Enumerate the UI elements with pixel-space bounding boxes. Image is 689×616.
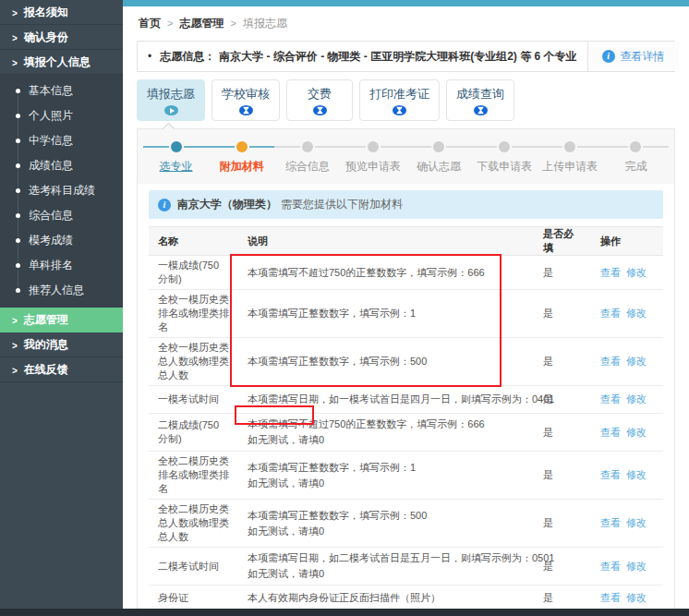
- material-actions: 查看修改: [591, 548, 663, 586]
- sidebar-subitem[interactable]: 基本信息: [0, 79, 123, 103]
- material-name: 二模考试时间: [149, 548, 238, 586]
- material-required: 是: [534, 338, 591, 386]
- material-required: 是: [534, 452, 591, 500]
- breadcrumb-volunteer-mgmt[interactable]: 志愿管理: [179, 17, 224, 30]
- material-required: 是: [534, 586, 591, 610]
- step: 上传申请表: [538, 141, 603, 175]
- edit-link[interactable]: 修改: [626, 356, 647, 367]
- step[interactable]: 选专业: [143, 141, 209, 175]
- material-name: 全校一模历史类总人数或物理类总人数: [149, 338, 238, 386]
- view-link[interactable]: 查看: [600, 393, 621, 405]
- sidebar-subitem[interactable]: 个人照片: [0, 103, 123, 128]
- table-body: 一模成绩(750分制) 本项需填写不超过750的正整数数字，填写示例：666 是…: [149, 256, 663, 610]
- sidebar-subitem-label: 基本信息: [29, 84, 73, 97]
- material-row: 一模考试时间 本项需填写日期，如一模考试首日是四月一日，则填写示例为：0401 …: [149, 386, 663, 414]
- description-line: 本人有效期内身份证正反面扫描件（照片）: [248, 590, 525, 606]
- sidebar-subitem[interactable]: 推荐人信息: [0, 278, 123, 303]
- sidebar-subitem-label: 推荐人信息: [29, 284, 84, 296]
- edit-link[interactable]: 修改: [626, 469, 647, 480]
- sidebar-item[interactable]: 填报个人信息: [0, 50, 123, 75]
- sidebar-subitem[interactable]: 综合信息: [0, 203, 123, 228]
- materials-notice: 南京大学（物理类）需要您提供以下附加材料: [149, 190, 663, 219]
- material-row: 二模考试时间 本项需填写日期，如二模考试首日是五月一日，则填写示例为：0501如…: [149, 548, 663, 586]
- hourglass-icon: [393, 105, 406, 115]
- materials-table: 名称说明是否必填操作 一模成绩(750分制) 本项需填写不超过750的正整数数字…: [149, 226, 663, 609]
- top-accent-strip: [123, 0, 689, 6]
- step-dot-icon: [236, 141, 248, 152]
- sidebar-subitem[interactable]: 模考成绩: [0, 228, 123, 253]
- material-row: 全校二模历史类排名或物理类排名 本项需填写正整数数字，填写示例：1如无测试，请填…: [149, 452, 663, 500]
- step-dot-icon: [368, 141, 379, 152]
- view-link[interactable]: 查看: [600, 356, 621, 367]
- sidebar: 报名须知 确认身份 填报个人信息 基本信息 个人照片 中学信息 成绩信息 选考科…: [0, 0, 123, 609]
- description-line: 本项需填写正整数数字，填写示例：1: [248, 306, 525, 321]
- materials-table-wrap: 名称说明是否必填操作 一模成绩(750分制) 本项需填写不超过750的正整数数字…: [149, 226, 663, 609]
- tab[interactable]: 成绩查询: [446, 79, 514, 121]
- material-description: 本项需填写不超过750的正整数数字，填写示例：666: [238, 256, 534, 290]
- material-row: 二模成绩(750分制) 本项需填写不超过750的正整数数字，填写示例：666如无…: [149, 414, 663, 452]
- sidebar-item[interactable]: 报名须知: [0, 0, 123, 25]
- tab[interactable]: 打印准考证: [359, 79, 440, 121]
- sidebar-subitem-label: 选考科目成绩: [29, 184, 95, 197]
- column-header: 说明: [238, 227, 534, 256]
- view-link[interactable]: 查看: [600, 267, 621, 278]
- material-name: 身份证: [149, 586, 238, 610]
- tab[interactable]: 填报志愿: [137, 79, 205, 121]
- material-actions: 查看修改: [591, 500, 663, 548]
- tab-label: 打印准考证: [369, 86, 429, 103]
- sidebar-subitem[interactable]: 单科排名: [0, 253, 123, 278]
- edit-link[interactable]: 修改: [626, 592, 647, 603]
- material-required: 是: [534, 290, 591, 338]
- step-label: 附加材料: [209, 159, 274, 175]
- step-label: 综合信息: [274, 159, 340, 175]
- sidebar-item[interactable]: 确认身份: [0, 25, 123, 50]
- step: 预览申请表: [340, 141, 405, 175]
- footer-strip: [0, 609, 689, 616]
- tab-label: 成绩查询: [456, 86, 504, 103]
- edit-link[interactable]: 修改: [626, 393, 647, 405]
- sidebar-item[interactable]: 我的消息: [0, 332, 123, 357]
- material-description: 本项需填写正整数数字，填写示例：500如无测试，请填0: [238, 500, 534, 548]
- breadcrumb-home[interactable]: 首页: [139, 17, 161, 30]
- material-actions: 查看修改: [591, 386, 663, 414]
- tab[interactable]: 学校审核: [212, 79, 280, 121]
- material-description: 本项需填写正整数数字，填写示例：1: [238, 290, 534, 338]
- sidebar-subitem-label: 综合信息: [29, 209, 73, 222]
- volunteer-info-left: 志愿信息： 南京大学 - 综合评价 - 物理类 - 匡亚明学院大理科班(专业组2…: [138, 42, 587, 71]
- bullet-icon: [148, 50, 151, 63]
- view-link[interactable]: 查看: [600, 561, 621, 572]
- sidebar-item[interactable]: 在线反馈: [0, 357, 123, 382]
- view-link[interactable]: 查看: [600, 592, 621, 603]
- view-link[interactable]: 查看: [600, 517, 621, 528]
- sidebar-item-label: 志愿管理: [24, 313, 68, 326]
- info-icon: [602, 50, 615, 63]
- material-row: 全校一模历史类总人数或物理类总人数 本项需填写正整数数字，填写示例：500 是 …: [149, 338, 663, 386]
- description-line: 本项需填写正整数数字，填写示例：500: [248, 508, 525, 524]
- step[interactable]: 附加材料: [209, 141, 274, 175]
- edit-link[interactable]: 修改: [626, 427, 647, 438]
- view-link[interactable]: 查看: [600, 469, 621, 480]
- sidebar-subitem[interactable]: 选考科目成绩: [0, 178, 123, 203]
- progress-stepper: 选专业 附加材料 综合信息 预览申请表 确认志愿 下载申请表 上传申请表 完成: [138, 129, 674, 184]
- hourglass-icon: [313, 105, 327, 115]
- active-tab-caret-icon: [162, 123, 175, 129]
- edit-link[interactable]: 修改: [626, 517, 647, 528]
- material-actions: 查看修改: [591, 290, 663, 338]
- steps: 选专业 附加材料 综合信息 预览申请表 确认志愿 下载申请表 上传申请表 完成: [143, 141, 669, 175]
- step-label: 上传申请表: [538, 159, 603, 175]
- column-header: 操作: [591, 227, 663, 256]
- description-line: 本项需填写日期，如二模考试首日是五月一日，则填写示例为：0501: [248, 550, 525, 566]
- sidebar-subitem[interactable]: 中学信息: [0, 128, 123, 153]
- edit-link[interactable]: 修改: [626, 561, 647, 572]
- description-line: 本项需填写正整数数字，填写示例：1: [248, 460, 525, 476]
- edit-link[interactable]: 修改: [626, 308, 647, 319]
- edit-link[interactable]: 修改: [626, 267, 647, 278]
- view-link[interactable]: 查看: [600, 427, 621, 438]
- step-label: 确认志愿: [406, 159, 472, 175]
- tab[interactable]: 交费: [286, 79, 353, 121]
- sidebar-subitem[interactable]: 成绩信息: [0, 153, 123, 178]
- view-link[interactable]: 查看: [600, 308, 621, 319]
- material-description: 本项需填写正整数数字，填写示例：500: [238, 338, 534, 386]
- sidebar-item[interactable]: 志愿管理: [0, 308, 123, 332]
- view-details-link[interactable]: 查看详情: [587, 42, 679, 71]
